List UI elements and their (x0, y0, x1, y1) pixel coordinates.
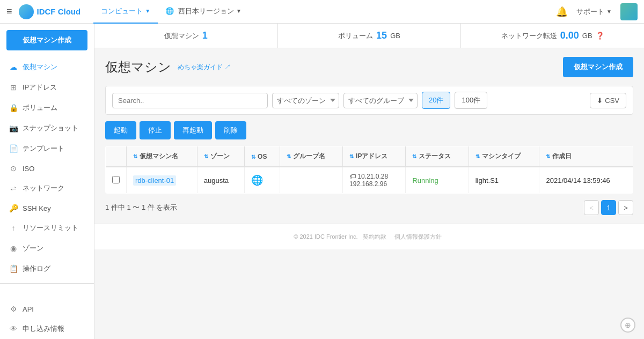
zone-select[interactable]: すべてのゾーン (272, 93, 339, 108)
sidebar-item-zone-label: ゾーン (23, 244, 43, 253)
sidebar-item-ip[interactable]: ⊞ IPアドレス (0, 77, 94, 98)
zone-value: augusta (204, 176, 229, 185)
disc-icon: ⊙ (9, 164, 18, 173)
td-created: 2021/04/14 13:59:46 (539, 167, 633, 194)
ip-tag-icon: 🏷 (349, 173, 356, 180)
stat-network-value: 0.00 (560, 30, 579, 41)
stat-volume-unit: GB (390, 32, 400, 40)
nav-tab-compute-label: コンピュート (101, 6, 143, 16)
footer-link-terms[interactable]: 契約約款 (363, 233, 386, 240)
sidebar-item-volume[interactable]: 🔒 ボリューム (0, 98, 94, 118)
stop-button[interactable]: 停止 (140, 121, 171, 139)
stat-volume: ボリューム 15 GB (278, 24, 462, 48)
th-os[interactable]: ⇅OS (245, 146, 280, 167)
stat-network-label: ネットワーク転送 (501, 31, 557, 41)
sidebar-item-snapshot[interactable]: 📷 スナップショット (0, 118, 94, 138)
count-100-button[interactable]: 100件 (455, 92, 487, 109)
csv-download-button[interactable]: ⬇ CSV (590, 93, 626, 108)
camera-icon: 📷 (9, 124, 18, 132)
page-1-button[interactable]: 1 (601, 200, 616, 215)
key-icon: 🔑 (9, 204, 18, 212)
sidebar-item-network[interactable]: ⇌ ネットワーク (0, 178, 94, 198)
th-vm-name[interactable]: ⇅仮想マシン名 (127, 146, 197, 167)
hamburger-menu-icon[interactable]: ≡ (6, 6, 12, 17)
footer-link-privacy[interactable]: 個人情報保護方針 (394, 233, 442, 240)
search-input[interactable] (112, 93, 268, 108)
delete-button[interactable]: 削除 (215, 121, 246, 139)
lock-icon: 🔒 (9, 104, 18, 112)
sidebar-item-zone[interactable]: ◉ ゾーン (0, 238, 94, 259)
nav-tab-region[interactable]: 🌐 西日本リージョン ▼ (158, 0, 249, 24)
sort-icon: ⇅ (412, 153, 416, 159)
created-at-value: 2021/04/14 13:59:46 (546, 176, 610, 185)
help-icon[interactable]: ❓ (596, 32, 604, 40)
sidebar-item-sshkey-label: SSH Key (23, 204, 51, 212)
chevron-down-icon: ▼ (606, 9, 612, 14)
th-group[interactable]: ⇅グループ名 (280, 146, 342, 167)
sidebar-item-iso[interactable]: ⊙ ISO (0, 159, 94, 178)
sidebar-item-billing[interactable]: 👁 申し込み情報 (0, 319, 94, 339)
download-icon: ⬇ (597, 97, 603, 105)
support-button[interactable]: サポート ▼ (576, 7, 612, 17)
action-buttons: 起動 停止 再起動 削除 (105, 121, 633, 139)
vm-name-link[interactable]: rdb-client-01 (133, 175, 176, 186)
status-badge: Running (412, 176, 438, 185)
td-status: Running (406, 167, 469, 194)
upload-icon: ↑ (9, 224, 18, 232)
sidebar: 仮想マシン作成 ☁ 仮想マシン ⊞ IPアドレス 🔒 ボリューム 📷 スナップシ… (0, 24, 94, 339)
sort-icon: ⇅ (546, 153, 550, 159)
sidebar-item-ip-label: IPアドレス (23, 83, 57, 92)
network-icon: ⇌ (9, 184, 18, 193)
th-ip[interactable]: ⇅IPアドレス (343, 146, 406, 167)
nav-tabs: コンピュート ▼ 🌐 西日本リージョン ▼ (93, 0, 249, 24)
sidebar-item-oplog[interactable]: 📋 操作ログ (0, 259, 94, 279)
next-page-button[interactable]: > (618, 200, 633, 215)
th-status[interactable]: ⇅ステータス (406, 146, 469, 167)
row-checkbox[interactable] (112, 176, 120, 183)
create-vm-button[interactable]: 仮想マシン作成 (563, 57, 633, 77)
th-machine-type[interactable]: ⇅マシンタイプ (469, 146, 539, 167)
group-select[interactable]: すべてのグループ (343, 93, 418, 108)
count-20-button[interactable]: 20件 (422, 92, 450, 109)
th-zone[interactable]: ⇅ゾーン (197, 146, 244, 167)
scroll-to-top-button[interactable]: ⊕ (620, 318, 635, 333)
api-icon: ⚙ (9, 305, 18, 313)
table-row: rdb-client-01 augusta 🌐 🏷 10.21. (106, 167, 633, 194)
start-button[interactable]: 起動 (105, 121, 136, 139)
pagination-bar: 1 件中 1 〜 1 件 を表示 < 1 > (105, 200, 633, 215)
prev-page-button[interactable]: < (584, 200, 599, 215)
os-icon: 🌐 (251, 175, 263, 186)
logo-text: IDCF Cloud (37, 7, 81, 16)
sidebar-item-sshkey[interactable]: 🔑 SSH Key (0, 198, 94, 218)
avatar[interactable] (620, 3, 638, 20)
sidebar-item-template-label: テンプレート (23, 144, 64, 153)
page-guide-link[interactable]: めちゃ楽ガイド ↗ (178, 63, 231, 72)
stat-vm-value: 1 (202, 30, 208, 41)
sidebar-item-api[interactable]: ⚙ API (0, 299, 94, 319)
stat-network-unit: GB (582, 32, 592, 40)
nav-tab-compute[interactable]: コンピュート ▼ (93, 0, 158, 24)
sort-icon: ⇅ (475, 153, 480, 159)
log-icon: 📋 (9, 264, 18, 273)
sidebar-item-vm[interactable]: ☁ 仮想マシン (0, 57, 94, 77)
ip-value-1: 10.21.0.28 (357, 173, 388, 180)
reboot-button[interactable]: 再起動 (174, 121, 212, 139)
sidebar-item-api-label: API (23, 305, 34, 313)
sidebar-item-template[interactable]: 📄 テンプレート (0, 138, 94, 159)
notification-bell-icon[interactable]: 🔔 (556, 6, 568, 18)
sidebar-item-vm-label: 仮想マシン (23, 62, 57, 72)
stat-vm-label: 仮想マシン (164, 31, 199, 41)
top-navigation: ≡ IDCF Cloud コンピュート ▼ 🌐 西日本リージョン ▼ 🔔 サポー… (0, 0, 644, 24)
th-created[interactable]: ⇅作成日 (539, 146, 633, 167)
ip-value-2: 192.168.2.96 (349, 180, 387, 188)
sidebar-footer: ⚙ API 👁 申し込み情報 (0, 299, 94, 339)
stat-vm: 仮想マシン 1 (94, 24, 278, 48)
sidebar-create-vm-button[interactable]: 仮想マシン作成 (6, 30, 87, 50)
sidebar-item-resource[interactable]: ↑ リソースリミット (0, 218, 94, 238)
document-icon: 📄 (9, 144, 18, 153)
zone-icon: ◉ (9, 244, 18, 253)
sidebar-item-resource-label: リソースリミット (23, 223, 78, 233)
footer: © 2021 IDC Frontier Inc. 契約約款 個人情報保護方針 (94, 224, 644, 249)
page-header-right: 仮想マシン作成 (563, 57, 633, 77)
chevron-down-icon: ▼ (145, 8, 150, 14)
